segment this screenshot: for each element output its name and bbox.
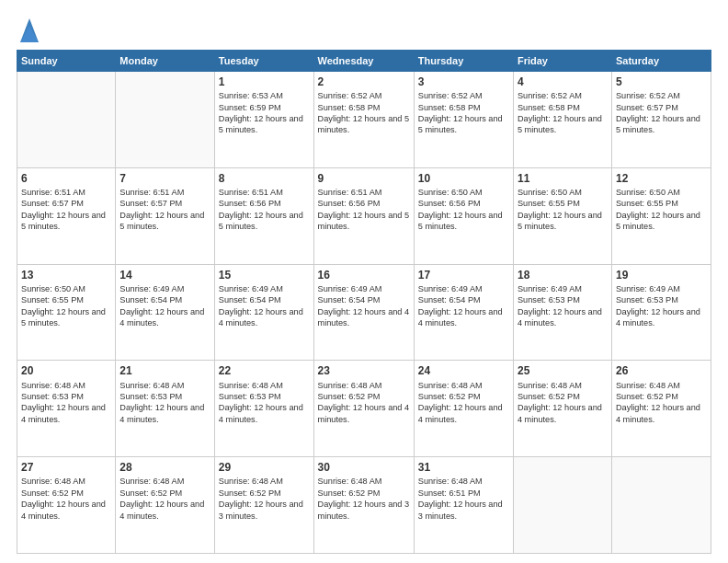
page: SundayMondayTuesdayWednesdayThursdayFrid… (0, 0, 728, 563)
day-number: 31 (418, 460, 509, 475)
calendar-day-2: 2Sunrise: 6:52 AM Sunset: 6:58 PM Daylig… (313, 72, 414, 168)
day-number: 21 (119, 363, 210, 378)
day-info: Sunrise: 6:50 AM Sunset: 6:55 PM Dayligh… (616, 187, 707, 233)
day-info: Sunrise: 6:51 AM Sunset: 6:56 PM Dayligh… (219, 187, 310, 233)
day-number: 10 (418, 171, 509, 186)
day-number: 17 (418, 268, 509, 282)
day-number: 7 (119, 171, 210, 186)
calendar-day-14: 14Sunrise: 6:49 AM Sunset: 6:54 PM Dayli… (116, 264, 215, 361)
calendar-week-row: 13Sunrise: 6:50 AM Sunset: 6:55 PM Dayli… (17, 264, 711, 361)
calendar-day-28: 28Sunrise: 6:48 AM Sunset: 6:52 PM Dayli… (116, 457, 215, 554)
day-info: Sunrise: 6:51 AM Sunset: 6:56 PM Dayligh… (318, 187, 410, 233)
calendar-day-31: 31Sunrise: 6:48 AM Sunset: 6:51 PM Dayli… (414, 457, 513, 554)
day-header-wednesday: Wednesday (313, 51, 414, 72)
calendar-day-18: 18Sunrise: 6:49 AM Sunset: 6:53 PM Dayli… (513, 264, 611, 361)
day-number: 25 (518, 363, 608, 378)
calendar-day-16: 16Sunrise: 6:49 AM Sunset: 6:54 PM Dayli… (313, 264, 414, 361)
day-header-sunday: Sunday (17, 51, 116, 72)
day-header-tuesday: Tuesday (214, 51, 313, 72)
calendar-header-row: SundayMondayTuesdayWednesdayThursdayFrid… (17, 51, 711, 72)
calendar-empty-cell (513, 457, 611, 554)
day-info: Sunrise: 6:48 AM Sunset: 6:52 PM Dayligh… (21, 476, 111, 522)
logo-icon (18, 17, 39, 42)
day-number: 19 (616, 268, 707, 282)
day-info: Sunrise: 6:49 AM Sunset: 6:54 PM Dayligh… (119, 283, 210, 329)
day-info: Sunrise: 6:48 AM Sunset: 6:52 PM Dayligh… (318, 380, 410, 426)
svg-marker-1 (20, 26, 39, 42)
day-info: Sunrise: 6:48 AM Sunset: 6:52 PM Dayligh… (616, 380, 707, 426)
day-info: Sunrise: 6:51 AM Sunset: 6:57 PM Dayligh… (21, 187, 111, 233)
logo (17, 17, 39, 42)
day-number: 11 (518, 171, 608, 186)
calendar-day-24: 24Sunrise: 6:48 AM Sunset: 6:52 PM Dayli… (414, 361, 513, 457)
calendar-day-11: 11Sunrise: 6:50 AM Sunset: 6:55 PM Dayli… (513, 167, 611, 264)
day-number: 2 (318, 75, 410, 89)
calendar-week-row: 20Sunrise: 6:48 AM Sunset: 6:53 PM Dayli… (17, 361, 711, 457)
calendar-day-9: 9Sunrise: 6:51 AM Sunset: 6:56 PM Daylig… (313, 167, 414, 264)
calendar-day-27: 27Sunrise: 6:48 AM Sunset: 6:52 PM Dayli… (17, 457, 116, 554)
day-number: 24 (418, 363, 509, 378)
calendar-day-20: 20Sunrise: 6:48 AM Sunset: 6:53 PM Dayli… (17, 361, 116, 457)
day-number: 14 (119, 268, 210, 282)
header (17, 17, 711, 42)
day-info: Sunrise: 6:52 AM Sunset: 6:58 PM Dayligh… (518, 90, 608, 136)
day-info: Sunrise: 6:52 AM Sunset: 6:58 PM Dayligh… (418, 90, 509, 136)
day-info: Sunrise: 6:49 AM Sunset: 6:53 PM Dayligh… (518, 283, 608, 329)
day-number: 18 (518, 268, 608, 282)
calendar-week-row: 1Sunrise: 6:53 AM Sunset: 6:59 PM Daylig… (17, 72, 711, 168)
calendar-empty-cell (116, 72, 215, 168)
calendar-day-23: 23Sunrise: 6:48 AM Sunset: 6:52 PM Dayli… (313, 361, 414, 457)
calendar-day-30: 30Sunrise: 6:48 AM Sunset: 6:52 PM Dayli… (313, 457, 414, 554)
day-number: 3 (418, 75, 509, 89)
calendar-day-21: 21Sunrise: 6:48 AM Sunset: 6:53 PM Dayli… (116, 361, 215, 457)
calendar-empty-cell (611, 457, 711, 554)
calendar-table: SundayMondayTuesdayWednesdayThursdayFrid… (17, 50, 711, 554)
calendar-day-29: 29Sunrise: 6:48 AM Sunset: 6:52 PM Dayli… (214, 457, 313, 554)
day-number: 8 (219, 171, 310, 186)
day-info: Sunrise: 6:52 AM Sunset: 6:58 PM Dayligh… (318, 90, 410, 136)
day-number: 5 (616, 75, 707, 89)
day-number: 12 (616, 171, 707, 186)
day-number: 6 (21, 171, 111, 186)
day-header-thursday: Thursday (414, 51, 513, 72)
calendar-day-12: 12Sunrise: 6:50 AM Sunset: 6:55 PM Dayli… (611, 167, 711, 264)
day-info: Sunrise: 6:49 AM Sunset: 6:53 PM Dayligh… (616, 283, 707, 329)
calendar-day-19: 19Sunrise: 6:49 AM Sunset: 6:53 PM Dayli… (611, 264, 711, 361)
day-info: Sunrise: 6:48 AM Sunset: 6:52 PM Dayligh… (518, 380, 608, 426)
calendar-empty-cell (17, 72, 116, 168)
calendar-day-6: 6Sunrise: 6:51 AM Sunset: 6:57 PM Daylig… (17, 167, 116, 264)
calendar-day-7: 7Sunrise: 6:51 AM Sunset: 6:57 PM Daylig… (116, 167, 215, 264)
calendar-day-15: 15Sunrise: 6:49 AM Sunset: 6:54 PM Dayli… (214, 264, 313, 361)
day-info: Sunrise: 6:52 AM Sunset: 6:57 PM Dayligh… (616, 90, 707, 136)
calendar-day-25: 25Sunrise: 6:48 AM Sunset: 6:52 PM Dayli… (513, 361, 611, 457)
day-info: Sunrise: 6:48 AM Sunset: 6:53 PM Dayligh… (119, 380, 210, 426)
day-number: 30 (318, 460, 410, 475)
day-number: 16 (318, 268, 410, 282)
calendar-day-22: 22Sunrise: 6:48 AM Sunset: 6:53 PM Dayli… (214, 361, 313, 457)
calendar-day-5: 5Sunrise: 6:52 AM Sunset: 6:57 PM Daylig… (611, 72, 711, 168)
day-number: 20 (21, 363, 111, 378)
day-number: 29 (219, 460, 310, 475)
day-info: Sunrise: 6:48 AM Sunset: 6:52 PM Dayligh… (219, 476, 310, 522)
day-number: 13 (21, 268, 111, 282)
day-info: Sunrise: 6:48 AM Sunset: 6:53 PM Dayligh… (21, 380, 111, 426)
calendar-day-10: 10Sunrise: 6:50 AM Sunset: 6:56 PM Dayli… (414, 167, 513, 264)
day-info: Sunrise: 6:48 AM Sunset: 6:53 PM Dayligh… (219, 380, 310, 426)
day-info: Sunrise: 6:51 AM Sunset: 6:57 PM Dayligh… (119, 187, 210, 233)
day-number: 22 (219, 363, 310, 378)
day-number: 23 (318, 363, 410, 378)
day-info: Sunrise: 6:49 AM Sunset: 6:54 PM Dayligh… (418, 283, 509, 329)
day-number: 1 (219, 75, 310, 89)
day-info: Sunrise: 6:48 AM Sunset: 6:52 PM Dayligh… (418, 380, 509, 426)
day-number: 28 (119, 460, 210, 475)
day-number: 27 (21, 460, 111, 475)
calendar-week-row: 6Sunrise: 6:51 AM Sunset: 6:57 PM Daylig… (17, 167, 711, 264)
day-number: 26 (616, 363, 707, 378)
day-info: Sunrise: 6:48 AM Sunset: 6:52 PM Dayligh… (119, 476, 210, 522)
day-number: 4 (518, 75, 608, 89)
day-info: Sunrise: 6:49 AM Sunset: 6:54 PM Dayligh… (219, 283, 310, 329)
day-header-friday: Friday (513, 51, 611, 72)
day-info: Sunrise: 6:50 AM Sunset: 6:55 PM Dayligh… (21, 283, 111, 329)
day-header-saturday: Saturday (611, 51, 711, 72)
calendar-day-13: 13Sunrise: 6:50 AM Sunset: 6:55 PM Dayli… (17, 264, 116, 361)
